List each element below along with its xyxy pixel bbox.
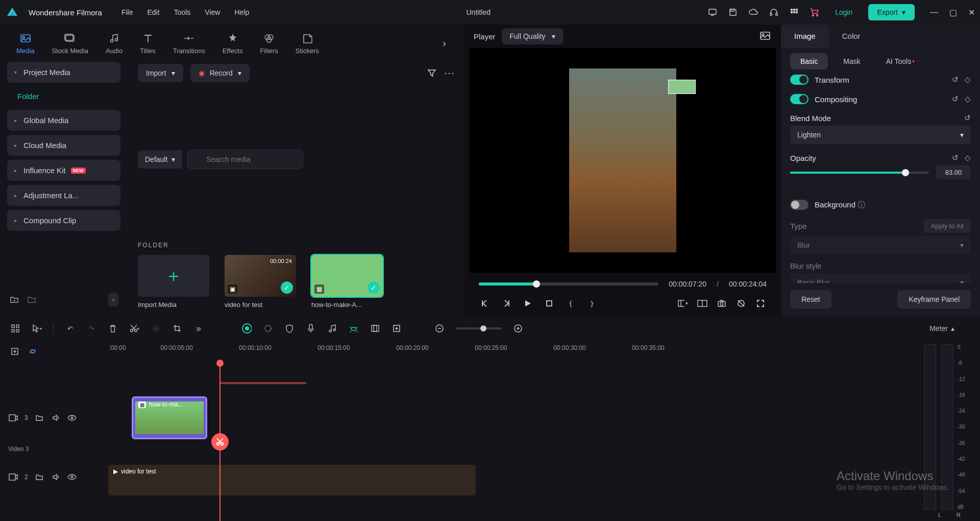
tab-effects[interactable]: Effects <box>222 30 244 57</box>
focus-mode-icon[interactable] <box>736 298 746 309</box>
tab-audio[interactable]: Audio <box>105 30 124 57</box>
keyframe-icon[interactable]: ◇ <box>965 153 971 162</box>
more-icon[interactable]: ⋯ <box>444 68 454 78</box>
playhead-cut-icon[interactable] <box>211 433 229 451</box>
keyframe-panel-button[interactable]: Keyframe Panel <box>897 290 971 309</box>
magic-cut-icon[interactable] <box>151 323 161 334</box>
search-input[interactable] <box>187 150 303 169</box>
export-button[interactable]: Export▾ <box>868 4 915 20</box>
tab-titles[interactable]: Titles <box>139 30 157 57</box>
reset-icon[interactable]: ↺ <box>952 153 959 162</box>
meter-toggle[interactable]: Meter▴ <box>929 324 954 333</box>
inspector-tab-color[interactable]: Color <box>829 25 874 48</box>
track-folder-icon[interactable] <box>34 413 44 423</box>
quality-select[interactable]: Full Quality▾ <box>502 28 564 44</box>
timeline-clip-video[interactable]: ▶video for test <box>108 465 476 495</box>
sidebar-cloud-media[interactable]: ▸Cloud Media <box>7 135 120 156</box>
camera-icon[interactable] <box>717 298 727 309</box>
undo-icon[interactable]: ↶ <box>65 323 75 334</box>
cut-icon[interactable]: ▾ <box>129 323 139 334</box>
cloud-icon[interactable] <box>748 7 758 17</box>
pointer-icon[interactable]: ▾ <box>32 323 42 334</box>
zoom-out-icon[interactable] <box>434 323 445 334</box>
sidebar-adjustment-layer[interactable]: ▸Adjustment La... <box>7 185 120 206</box>
filter-icon[interactable] <box>427 68 437 78</box>
tab-stock-media[interactable]: Stock Media <box>51 30 89 57</box>
mark-out-icon[interactable]: } <box>587 298 597 309</box>
menu-help[interactable]: Help <box>234 8 249 16</box>
compositing-toggle[interactable] <box>790 94 808 104</box>
timeline-clip-image[interactable]: ▦how-to-ma... <box>132 396 207 439</box>
headphones-icon[interactable] <box>769 7 779 17</box>
apply-to-all-button[interactable]: Apply to All <box>924 219 971 233</box>
collapse-sidebar-icon[interactable]: ‹ <box>108 293 118 306</box>
music-note-icon[interactable] <box>327 323 337 334</box>
close-icon[interactable]: ✕ <box>968 8 975 17</box>
sidebar-folder[interactable]: Folder <box>7 87 120 106</box>
menu-file[interactable]: File <box>121 8 133 16</box>
transform-toggle[interactable] <box>790 75 808 85</box>
timeline-ruler[interactable]: :00:00 00:00:05:00 00:00:10:00 00:00:15:… <box>102 341 919 362</box>
keyframe-icon[interactable]: ◇ <box>965 94 971 104</box>
media-clip-video[interactable]: 00:00:24 ▣ ✓ <box>225 255 296 297</box>
menu-edit[interactable]: Edit <box>148 8 160 16</box>
sidebar-compound-clip[interactable]: ▸Compound Clip <box>7 210 120 231</box>
mark-in-icon[interactable]: { <box>566 298 576 309</box>
marker-icon[interactable] <box>370 323 380 334</box>
sidebar-global-media[interactable]: ▸Global Media <box>7 110 120 131</box>
crab-icon[interactable] <box>349 323 359 334</box>
save-icon[interactable] <box>728 7 738 17</box>
sort-default[interactable]: Default▾ <box>138 150 182 169</box>
snapshot-icon[interactable] <box>760 30 772 42</box>
player-viewport[interactable] <box>470 48 776 273</box>
blur-style-select[interactable]: Basic Blur▾ <box>790 273 971 283</box>
cart-icon[interactable] <box>810 7 820 17</box>
menu-view[interactable]: View <box>205 8 220 16</box>
subtab-basic[interactable]: Basic <box>790 53 828 69</box>
sparkle-icon[interactable] <box>263 323 273 334</box>
more-tools-icon[interactable]: » <box>193 323 204 334</box>
opacity-slider[interactable] <box>790 172 929 174</box>
inspector-tab-image[interactable]: Image <box>781 25 829 48</box>
shield-icon[interactable] <box>284 323 295 334</box>
bg-type-select[interactable]: Blur▾ <box>790 236 971 254</box>
menu-tools[interactable]: Tools <box>174 8 191 16</box>
login-button[interactable]: Login <box>830 5 857 19</box>
tab-filters[interactable]: Filters <box>259 30 279 57</box>
background-toggle[interactable] <box>790 200 808 210</box>
minimize-icon[interactable]: — <box>930 8 938 17</box>
link-icon[interactable] <box>28 346 38 357</box>
tab-transitions[interactable]: Transitions <box>172 30 206 57</box>
media-clip-image[interactable]: ▦ ✓ <box>311 255 383 297</box>
expand-icon[interactable] <box>391 323 402 334</box>
track-visibility-icon[interactable] <box>67 413 77 423</box>
prev-frame-icon[interactable] <box>480 298 490 309</box>
new-folder-icon[interactable] <box>9 295 19 305</box>
reset-icon[interactable]: ↺ <box>952 94 959 104</box>
device-icon[interactable] <box>707 7 718 17</box>
play-icon[interactable] <box>523 298 533 309</box>
mic-icon[interactable] <box>306 323 316 334</box>
subtab-ai-tools[interactable]: AI Tools• <box>876 53 925 69</box>
ratio-icon[interactable]: ▾ <box>678 298 688 309</box>
blend-mode-select[interactable]: Lighten▾ <box>790 126 971 144</box>
next-frame-icon[interactable] <box>501 298 511 309</box>
zoom-slider[interactable] <box>456 327 502 329</box>
sidebar-project-media[interactable]: ▾Project Media <box>7 62 120 83</box>
delete-icon[interactable] <box>108 323 118 334</box>
import-media-tile[interactable]: ＋ <box>138 255 209 297</box>
reset-icon[interactable]: ↺ <box>964 113 971 123</box>
folder-icon[interactable] <box>27 295 37 305</box>
crop-icon[interactable] <box>172 323 182 334</box>
fullscreen-icon[interactable] <box>755 298 766 309</box>
track-mute-icon[interactable] <box>51 472 61 482</box>
redo-icon[interactable]: ↷ <box>86 323 96 334</box>
compare-icon[interactable] <box>697 298 707 309</box>
ai-circle-icon[interactable] <box>241 323 252 334</box>
info-icon[interactable]: ⓘ <box>857 200 865 209</box>
grid-icon[interactable] <box>10 323 20 334</box>
import-dropdown[interactable]: Import▾ <box>138 64 183 82</box>
record-dropdown[interactable]: ◉Record▾ <box>190 64 250 82</box>
reset-button[interactable]: Reset <box>790 290 831 309</box>
track-folder-icon[interactable] <box>34 472 44 482</box>
